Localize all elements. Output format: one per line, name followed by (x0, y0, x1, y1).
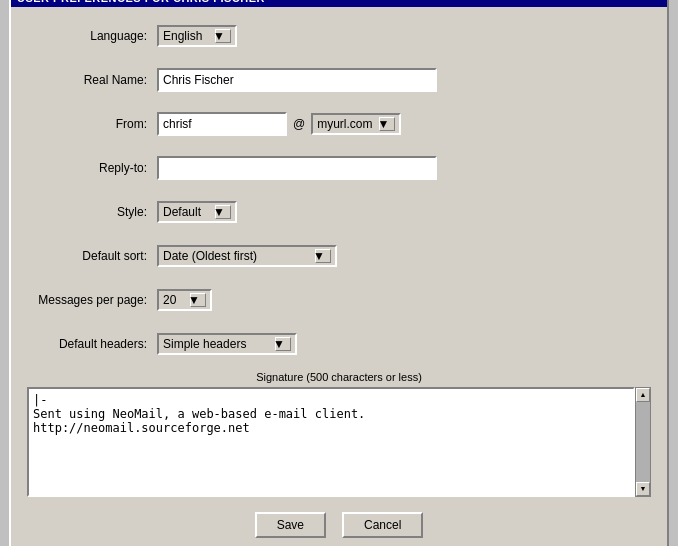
signature-container: |- Sent using NeoMail, a web-based e-mai… (27, 387, 651, 500)
signature-section: Signature (500 characters or less) |- Se… (27, 371, 651, 500)
signature-label: Signature (500 characters or less) (27, 371, 651, 383)
defaultsort-field: Date (Oldest first) ▼ (157, 245, 651, 267)
defaultsort-select[interactable]: Date (Oldest first) ▼ (157, 245, 337, 267)
messagesperpage-select[interactable]: 20 ▼ (157, 289, 212, 311)
language-select[interactable]: English ▼ (157, 25, 237, 47)
language-row: Language: English ▼ (27, 19, 651, 53)
defaultsort-arrow-icon: ▼ (313, 249, 325, 263)
defaultheaders-row: Default headers: Simple headers ▼ (27, 327, 651, 361)
style-label: Style: (27, 205, 157, 219)
realname-field (157, 68, 651, 92)
realname-label: Real Name: (27, 73, 157, 87)
dh-arrow-icon: ▼ (273, 337, 285, 351)
cancel-button[interactable]: Cancel (342, 512, 423, 538)
domain-value: myurl.com (317, 117, 372, 131)
language-field: English ▼ (157, 25, 651, 47)
replyto-row: Reply-to: (27, 151, 651, 185)
mpp-arrow-icon: ▼ (188, 293, 200, 307)
style-select[interactable]: Default ▼ (157, 201, 237, 223)
scroll-up-button[interactable]: ▲ (636, 388, 650, 402)
signature-textarea[interactable]: |- Sent using NeoMail, a web-based e-mai… (27, 387, 635, 497)
window-title: USER PREFERENCES FOR CHRIS FISCHER (17, 0, 265, 4)
messagesperpage-dropdown-arrow[interactable]: ▼ (190, 293, 206, 307)
from-field: @ myurl.com ▼ (157, 112, 651, 136)
replyto-field (157, 156, 651, 180)
from-user-input[interactable] (157, 112, 287, 136)
domain-dropdown-arrow[interactable]: ▼ (379, 117, 395, 131)
messagesperpage-label: Messages per page: (27, 293, 157, 307)
defaultheaders-field: Simple headers ▼ (157, 333, 651, 355)
replyto-label: Reply-to: (27, 161, 157, 175)
language-label: Language: (27, 29, 157, 43)
style-arrow-icon: ▼ (213, 205, 225, 219)
replyto-input[interactable] (157, 156, 437, 180)
domain-select[interactable]: myurl.com ▼ (311, 113, 400, 135)
defaultsort-row: Default sort: Date (Oldest first) ▼ (27, 239, 651, 273)
style-field: Default ▼ (157, 201, 651, 223)
signature-scrollbar: ▲ ▼ (635, 387, 651, 497)
scroll-down-button[interactable]: ▼ (636, 482, 650, 496)
scroll-up-icon: ▲ (640, 391, 647, 398)
scroll-down-icon: ▼ (640, 485, 647, 492)
save-button[interactable]: Save (255, 512, 326, 538)
realname-row: Real Name: (27, 63, 651, 97)
style-dropdown-arrow[interactable]: ▼ (215, 205, 231, 219)
domain-arrow-icon: ▼ (378, 117, 390, 131)
button-row: Save Cancel (27, 512, 651, 546)
from-label: From: (27, 117, 157, 131)
from-row: From: @ myurl.com ▼ (27, 107, 651, 141)
defaultheaders-select[interactable]: Simple headers ▼ (157, 333, 297, 355)
language-value: English (163, 29, 202, 43)
at-sign: @ (293, 117, 305, 131)
messagesperpage-field: 20 ▼ (157, 289, 651, 311)
style-row: Style: Default ▼ (27, 195, 651, 229)
defaultsort-dropdown-arrow[interactable]: ▼ (315, 249, 331, 263)
defaultheaders-value: Simple headers (163, 337, 246, 351)
realname-input[interactable] (157, 68, 437, 92)
defaultheaders-label: Default headers: (27, 337, 157, 351)
messagesperpage-value: 20 (163, 293, 176, 307)
messagesperpage-row: Messages per page: 20 ▼ (27, 283, 651, 317)
style-value: Default (163, 205, 201, 219)
defaultheaders-dropdown-arrow[interactable]: ▼ (275, 337, 291, 351)
scroll-track (636, 402, 650, 482)
language-dropdown-arrow[interactable]: ▼ (215, 29, 231, 43)
defaultsort-value: Date (Oldest first) (163, 249, 257, 263)
preferences-window: USER PREFERENCES FOR CHRIS FISCHER Langu… (9, 0, 669, 546)
arrow-icon: ▼ (213, 29, 225, 43)
defaultsort-label: Default sort: (27, 249, 157, 263)
